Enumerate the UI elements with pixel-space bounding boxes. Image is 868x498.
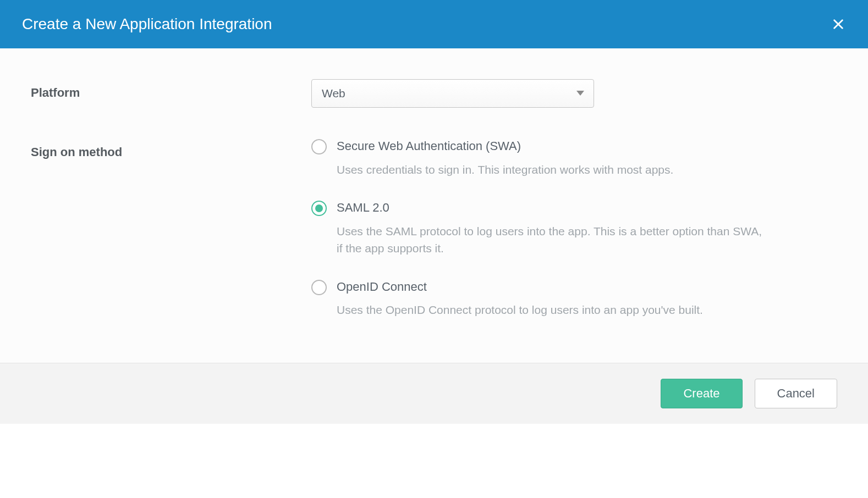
platform-select-wrapper: Web [311, 79, 594, 108]
sign-on-row: Sign on method Secure Web Authentication… [31, 139, 837, 319]
radio-circle [311, 139, 327, 154]
radio-option-oidc[interactable]: OpenID Connect Uses the OpenID Connect p… [311, 279, 762, 319]
platform-label: Platform [31, 79, 311, 100]
modal-header: Create a New Application Integration [0, 0, 868, 48]
radio-option-saml[interactable]: SAML 2.0 Uses the SAML protocol to log u… [311, 200, 762, 257]
modal-body: Platform Web Sign on method Secure Web A… [0, 48, 868, 363]
modal-footer: Create Cancel [0, 363, 868, 424]
radio-option-swa[interactable]: Secure Web Authentication (SWA) Uses cre… [311, 139, 762, 178]
radio-dot-icon [315, 204, 323, 212]
platform-control: Web [311, 79, 762, 108]
sign-on-label: Sign on method [31, 139, 311, 159]
radio-circle [311, 280, 327, 295]
create-button[interactable]: Create [661, 379, 742, 408]
radio-content: Secure Web Authentication (SWA) Uses cre… [337, 139, 762, 178]
radio-content: OpenID Connect Uses the OpenID Connect p… [337, 279, 762, 319]
sign-on-radio-group: Secure Web Authentication (SWA) Uses cre… [311, 139, 762, 319]
platform-select[interactable]: Web [311, 79, 594, 108]
radio-description: Uses the SAML protocol to log users into… [337, 223, 762, 257]
radio-title: OpenID Connect [337, 279, 762, 295]
radio-title: Secure Web Authentication (SWA) [337, 139, 762, 154]
radio-description: Uses credentials to sign in. This integr… [337, 161, 762, 179]
radio-description: Uses the OpenID Connect protocol to log … [337, 301, 762, 319]
close-button[interactable] [831, 16, 846, 32]
close-icon [832, 18, 844, 30]
radio-content: SAML 2.0 Uses the SAML protocol to log u… [337, 200, 762, 257]
cancel-button[interactable]: Cancel [755, 379, 837, 408]
radio-circle-selected [311, 201, 327, 216]
platform-row: Platform Web [31, 79, 837, 108]
modal-title: Create a New Application Integration [22, 15, 272, 33]
sign-on-control: Secure Web Authentication (SWA) Uses cre… [311, 139, 762, 319]
radio-title: SAML 2.0 [337, 200, 762, 216]
